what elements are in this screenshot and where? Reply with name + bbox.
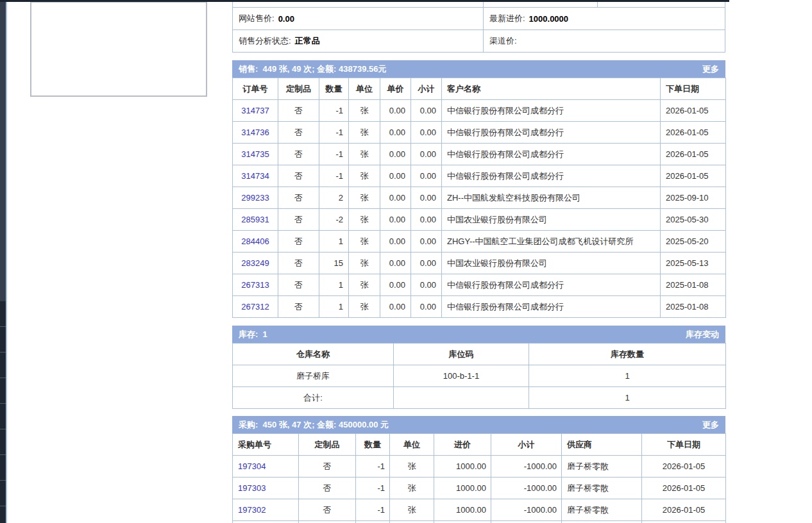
cell: 2025-01-08 bbox=[661, 274, 726, 296]
cell: 张 bbox=[349, 187, 380, 209]
cell: 2026-01-05 bbox=[642, 499, 726, 521]
column-header: 供应商 bbox=[562, 434, 642, 456]
record-link[interactable]: 197304 bbox=[238, 461, 266, 471]
cell: 2026-01-05 bbox=[661, 144, 726, 165]
cell: 0.00 bbox=[411, 165, 442, 187]
cell: 张 bbox=[349, 100, 380, 122]
cell bbox=[299, 521, 356, 523]
clipped-row bbox=[233, 521, 726, 523]
sales-analysis-status-value: 正常品 bbox=[295, 35, 320, 47]
record-link[interactable]: 283249 bbox=[241, 258, 269, 268]
cell: 2026-01-05 bbox=[661, 122, 726, 144]
cell: 197304 bbox=[233, 456, 299, 477]
column-header: 库位码 bbox=[394, 344, 529, 365]
cell: 197303 bbox=[233, 477, 299, 499]
cell: 2025-01-08 bbox=[661, 296, 726, 318]
cell: 中信银行股份有限公司成都分行 bbox=[442, 122, 661, 144]
cell: 0.00 bbox=[380, 122, 411, 144]
record-link[interactable]: 299233 bbox=[241, 193, 269, 203]
record-link[interactable]: 314735 bbox=[241, 149, 269, 159]
cell: 2025-05-13 bbox=[661, 253, 726, 274]
cell: 15 bbox=[319, 253, 349, 274]
cell: -1 bbox=[319, 122, 349, 144]
channel-price-label: 渠道价: bbox=[489, 35, 517, 47]
record-link[interactable]: 267312 bbox=[241, 302, 269, 311]
cell: 314737 bbox=[233, 100, 278, 122]
table-row: 267313否1张0.000.00中信银行股份有限公司成都分行2025-01-0… bbox=[233, 274, 726, 296]
column-header: 仓库名称 bbox=[233, 344, 394, 365]
record-link[interactable]: 285931 bbox=[241, 215, 269, 224]
cell: 否 bbox=[278, 122, 319, 144]
cell: 0.00 bbox=[411, 253, 442, 274]
cell: 0.00 bbox=[411, 274, 442, 296]
record-link[interactable]: 314736 bbox=[241, 128, 269, 137]
channel-price-cell: 渠道价: bbox=[483, 30, 725, 52]
website-price-label: 网站售价: bbox=[239, 13, 275, 24]
cell: 1000.00 bbox=[434, 456, 491, 477]
record-link[interactable]: 284406 bbox=[241, 237, 269, 246]
cell: 314736 bbox=[233, 122, 278, 144]
product-detail-content: 网站售价: 0.00 最新进价: 1000.0000 销售分析状态: 正常品 渠… bbox=[232, 0, 725, 523]
header-row: 仓库名称库位码库存数量 bbox=[233, 344, 726, 365]
record-link[interactable]: 197303 bbox=[238, 483, 266, 493]
cell: 2 bbox=[319, 187, 349, 209]
inventory-table: 仓库名称库位码库存数量磨子桥库100-b-1-11合计:1 bbox=[232, 343, 726, 409]
column-header: 下单日期 bbox=[642, 434, 726, 456]
cell: -1000.00 bbox=[491, 477, 562, 499]
price-info-panel: 网站售价: 0.00 最新进价: 1000.0000 销售分析状态: 正常品 渠… bbox=[232, 0, 725, 53]
sales-summary: 销售: 449 张, 49 次; 金额: 438739.56元 bbox=[239, 63, 386, 75]
table-row: 314735否-1张0.000.00中信银行股份有限公司成都分行2026-01-… bbox=[233, 144, 726, 165]
record-link[interactable]: 197302 bbox=[238, 505, 266, 515]
column-header: 客户名称 bbox=[442, 78, 661, 100]
cell: 张 bbox=[349, 274, 380, 296]
record-link[interactable]: 314737 bbox=[241, 106, 269, 115]
cell: 张 bbox=[349, 296, 380, 318]
cell: 中信银行股份有限公司成都分行 bbox=[442, 296, 661, 318]
cell: 0.00 bbox=[380, 231, 411, 253]
website-price-value: 0.00 bbox=[278, 14, 294, 24]
table-row: 314734否-1张0.000.00中信银行股份有限公司成都分行2026-01-… bbox=[233, 165, 726, 187]
cell: ZH--中国航发航空科技股份有限公司 bbox=[442, 187, 661, 209]
cell bbox=[233, 521, 299, 523]
latest-cost-cell: 最新进价: 1000.0000 bbox=[483, 8, 725, 29]
cell: 否 bbox=[299, 456, 356, 477]
cell: -1 bbox=[356, 477, 390, 499]
cell: 0.00 bbox=[411, 122, 442, 144]
purchase-table: 采购单号定制品数量单位进价小计供应商下单日期197304否-1张1000.00-… bbox=[232, 433, 726, 523]
table-row: 284406否1张0.000.00ZHGY--中国航空工业集团公司成都飞机设计研… bbox=[233, 231, 726, 253]
cell: 2025-09-10 bbox=[661, 187, 726, 209]
cell: 否 bbox=[278, 100, 319, 122]
cell: -1 bbox=[319, 144, 349, 165]
record-link[interactable]: 267313 bbox=[241, 280, 269, 290]
cell: 张 bbox=[349, 144, 380, 165]
cell: 中国农业银行股份有限公司 bbox=[442, 209, 661, 231]
purchase-more-link[interactable]: 更多 bbox=[702, 419, 719, 431]
cell: 否 bbox=[278, 209, 319, 231]
cell: 1 bbox=[529, 365, 726, 387]
cell: -1 bbox=[319, 165, 349, 187]
info-row: 销售分析状态: 正常品 渠道价: bbox=[233, 29, 725, 52]
cell: 2026-01-05 bbox=[642, 456, 726, 477]
latest-cost-label: 最新进价: bbox=[489, 13, 525, 24]
record-link[interactable]: 314734 bbox=[241, 171, 269, 181]
column-header: 采购单号 bbox=[233, 434, 299, 456]
cell: -1000.00 bbox=[491, 456, 562, 477]
column-header: 定制品 bbox=[299, 434, 356, 456]
cell: -2 bbox=[319, 209, 349, 231]
cell: 2025-05-20 bbox=[661, 231, 726, 253]
cell: 合计: bbox=[233, 387, 394, 409]
cell: 0.00 bbox=[380, 296, 411, 318]
sales-section-header: 销售: 449 张, 49 次; 金额: 438739.56元 更多 bbox=[232, 60, 725, 78]
cell: 磨子桥零散 bbox=[562, 456, 642, 477]
inventory-change-link[interactable]: 库存变动 bbox=[686, 329, 719, 340]
cell: 否 bbox=[278, 296, 319, 318]
table-row: 299233否2张0.000.00ZH--中国航发航空科技股份有限公司2025-… bbox=[233, 187, 726, 209]
cell: 中国农业银行股份有限公司 bbox=[442, 253, 661, 274]
column-header: 下单日期 bbox=[661, 78, 726, 100]
cell: 张 bbox=[390, 499, 434, 521]
cell: -1 bbox=[319, 100, 349, 122]
header-row: 订单号定制品数量单位单价小计客户名称下单日期 bbox=[233, 78, 726, 100]
inventory-summary: 库存: 1 bbox=[239, 329, 267, 340]
cell: 314734 bbox=[233, 165, 278, 187]
sales-more-link[interactable]: 更多 bbox=[702, 63, 719, 75]
